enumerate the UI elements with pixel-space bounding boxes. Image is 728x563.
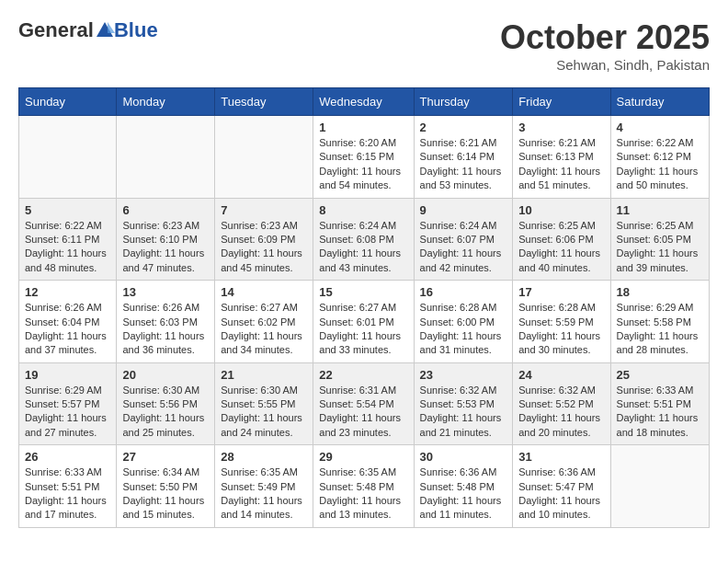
day-info: Sunrise: 6:30 AM Sunset: 5:56 PM Dayligh… (122, 384, 209, 441)
day-info: Sunrise: 6:24 AM Sunset: 6:08 PM Dayligh… (319, 219, 407, 276)
calendar-week-row: 5Sunrise: 6:22 AM Sunset: 6:11 PM Daylig… (19, 198, 710, 281)
day-info: Sunrise: 6:26 AM Sunset: 6:03 PM Dayligh… (122, 301, 209, 358)
day-number: 23 (420, 368, 507, 382)
calendar-cell: 2Sunrise: 6:21 AM Sunset: 6:14 PM Daylig… (414, 116, 513, 199)
calendar-week-row: 1Sunrise: 6:20 AM Sunset: 6:15 PM Daylig… (19, 116, 710, 199)
calendar-cell: 3Sunrise: 6:21 AM Sunset: 6:13 PM Daylig… (513, 116, 610, 199)
day-info: Sunrise: 6:34 AM Sunset: 5:50 PM Dayligh… (122, 465, 209, 523)
day-info: Sunrise: 6:27 AM Sunset: 6:02 PM Dayligh… (221, 301, 307, 358)
calendar-cell: 31Sunrise: 6:36 AM Sunset: 5:47 PM Dayli… (513, 445, 610, 528)
day-info: Sunrise: 6:35 AM Sunset: 5:49 PM Dayligh… (221, 465, 307, 523)
calendar-cell (215, 116, 313, 199)
day-info: Sunrise: 6:21 AM Sunset: 6:14 PM Dayligh… (420, 136, 507, 193)
day-number: 4 (617, 121, 703, 134)
calendar-cell: 6Sunrise: 6:23 AM Sunset: 6:10 PM Daylig… (117, 198, 215, 281)
weekday-header: Monday (117, 88, 215, 116)
day-number: 24 (518, 368, 604, 382)
day-info: Sunrise: 6:32 AM Sunset: 5:52 PM Dayligh… (518, 384, 604, 441)
weekday-header: Sunday (19, 88, 117, 116)
day-number: 28 (221, 450, 307, 464)
day-number: 25 (617, 368, 703, 382)
calendar-cell: 17Sunrise: 6:28 AM Sunset: 5:59 PM Dayli… (513, 281, 610, 363)
day-number: 5 (25, 203, 110, 217)
calendar-cell: 20Sunrise: 6:30 AM Sunset: 5:56 PM Dayli… (117, 362, 215, 445)
weekday-header-row: SundayMondayTuesdayWednesdayThursdayFrid… (19, 88, 710, 116)
calendar-cell: 23Sunrise: 6:32 AM Sunset: 5:53 PM Dayli… (414, 362, 513, 445)
calendar-cell: 16Sunrise: 6:28 AM Sunset: 6:00 PM Dayli… (414, 281, 513, 363)
day-number: 2 (420, 121, 507, 134)
day-number: 30 (420, 450, 507, 464)
month-title: October 2025 (500, 18, 710, 57)
day-info: Sunrise: 6:23 AM Sunset: 6:10 PM Dayligh… (122, 219, 209, 276)
day-info: Sunrise: 6:29 AM Sunset: 5:58 PM Dayligh… (617, 301, 703, 358)
day-number: 13 (122, 285, 209, 299)
day-number: 27 (122, 450, 209, 464)
day-number: 6 (122, 203, 209, 217)
calendar-cell: 1Sunrise: 6:20 AM Sunset: 6:15 PM Daylig… (313, 116, 414, 199)
calendar-cell: 8Sunrise: 6:24 AM Sunset: 6:08 PM Daylig… (313, 198, 414, 281)
calendar-cell: 30Sunrise: 6:36 AM Sunset: 5:48 PM Dayli… (414, 445, 513, 528)
weekday-header: Saturday (610, 88, 709, 116)
calendar-table: SundayMondayTuesdayWednesdayThursdayFrid… (18, 87, 710, 528)
day-info: Sunrise: 6:24 AM Sunset: 6:07 PM Dayligh… (420, 219, 507, 276)
day-number: 1 (319, 121, 407, 134)
calendar-week-row: 12Sunrise: 6:26 AM Sunset: 6:04 PM Dayli… (19, 281, 710, 363)
calendar-week-row: 26Sunrise: 6:33 AM Sunset: 5:51 PM Dayli… (19, 445, 710, 528)
day-number: 3 (518, 121, 604, 134)
day-number: 17 (518, 285, 604, 299)
calendar-cell (19, 116, 117, 199)
page-header: General Blue October 2025 Sehwan, Sindh,… (18, 18, 710, 73)
day-info: Sunrise: 6:22 AM Sunset: 6:11 PM Dayligh… (25, 219, 110, 276)
day-number: 22 (319, 368, 407, 382)
day-info: Sunrise: 6:33 AM Sunset: 5:51 PM Dayligh… (25, 465, 110, 523)
calendar-cell: 24Sunrise: 6:32 AM Sunset: 5:52 PM Dayli… (513, 362, 610, 445)
day-info: Sunrise: 6:20 AM Sunset: 6:15 PM Dayligh… (319, 136, 407, 193)
day-info: Sunrise: 6:25 AM Sunset: 6:05 PM Dayligh… (617, 219, 703, 276)
day-info: Sunrise: 6:28 AM Sunset: 6:00 PM Dayligh… (420, 301, 507, 358)
day-info: Sunrise: 6:26 AM Sunset: 6:04 PM Dayligh… (25, 301, 110, 358)
day-info: Sunrise: 6:30 AM Sunset: 5:55 PM Dayligh… (221, 384, 307, 441)
calendar-cell: 19Sunrise: 6:29 AM Sunset: 5:57 PM Dayli… (19, 362, 117, 445)
day-info: Sunrise: 6:23 AM Sunset: 6:09 PM Dayligh… (221, 219, 307, 276)
calendar-cell: 22Sunrise: 6:31 AM Sunset: 5:54 PM Dayli… (313, 362, 414, 445)
day-number: 12 (25, 285, 110, 299)
logo-icon (95, 20, 115, 40)
calendar-cell: 14Sunrise: 6:27 AM Sunset: 6:02 PM Dayli… (215, 281, 313, 363)
calendar-cell: 28Sunrise: 6:35 AM Sunset: 5:49 PM Dayli… (215, 445, 313, 528)
day-info: Sunrise: 6:32 AM Sunset: 5:53 PM Dayligh… (420, 384, 507, 441)
calendar-cell: 21Sunrise: 6:30 AM Sunset: 5:55 PM Dayli… (215, 362, 313, 445)
day-info: Sunrise: 6:29 AM Sunset: 5:57 PM Dayligh… (25, 384, 110, 441)
day-info: Sunrise: 6:33 AM Sunset: 5:51 PM Dayligh… (617, 384, 703, 441)
calendar-cell: 4Sunrise: 6:22 AM Sunset: 6:12 PM Daylig… (610, 116, 709, 199)
day-info: Sunrise: 6:28 AM Sunset: 5:59 PM Dayligh… (518, 301, 604, 358)
calendar-cell: 5Sunrise: 6:22 AM Sunset: 6:11 PM Daylig… (19, 198, 117, 281)
calendar-cell: 25Sunrise: 6:33 AM Sunset: 5:51 PM Dayli… (610, 362, 709, 445)
day-number: 16 (420, 285, 507, 299)
day-number: 31 (518, 450, 604, 464)
day-number: 10 (518, 203, 604, 217)
day-number: 9 (420, 203, 507, 217)
calendar-cell: 27Sunrise: 6:34 AM Sunset: 5:50 PM Dayli… (117, 445, 215, 528)
day-number: 21 (221, 368, 307, 382)
day-number: 15 (319, 285, 407, 299)
day-number: 11 (617, 203, 703, 217)
calendar-cell: 26Sunrise: 6:33 AM Sunset: 5:51 PM Dayli… (19, 445, 117, 528)
day-number: 18 (617, 285, 703, 299)
calendar-cell: 7Sunrise: 6:23 AM Sunset: 6:09 PM Daylig… (215, 198, 313, 281)
calendar-cell: 9Sunrise: 6:24 AM Sunset: 6:07 PM Daylig… (414, 198, 513, 281)
calendar-cell: 10Sunrise: 6:25 AM Sunset: 6:06 PM Dayli… (513, 198, 610, 281)
logo-general: General (18, 18, 94, 42)
day-info: Sunrise: 6:21 AM Sunset: 6:13 PM Dayligh… (518, 136, 604, 193)
day-info: Sunrise: 6:25 AM Sunset: 6:06 PM Dayligh… (518, 219, 604, 276)
calendar-cell: 18Sunrise: 6:29 AM Sunset: 5:58 PM Dayli… (610, 281, 709, 363)
weekday-header: Tuesday (215, 88, 313, 116)
calendar-cell: 11Sunrise: 6:25 AM Sunset: 6:05 PM Dayli… (610, 198, 709, 281)
day-number: 7 (221, 203, 307, 217)
calendar-cell: 12Sunrise: 6:26 AM Sunset: 6:04 PM Dayli… (19, 281, 117, 363)
day-number: 14 (221, 285, 307, 299)
calendar-cell: 13Sunrise: 6:26 AM Sunset: 6:03 PM Dayli… (117, 281, 215, 363)
day-number: 26 (25, 450, 110, 464)
title-block: October 2025 Sehwan, Sindh, Pakistan (500, 18, 710, 73)
calendar-week-row: 19Sunrise: 6:29 AM Sunset: 5:57 PM Dayli… (19, 362, 710, 445)
calendar-cell: 29Sunrise: 6:35 AM Sunset: 5:48 PM Dayli… (313, 445, 414, 528)
